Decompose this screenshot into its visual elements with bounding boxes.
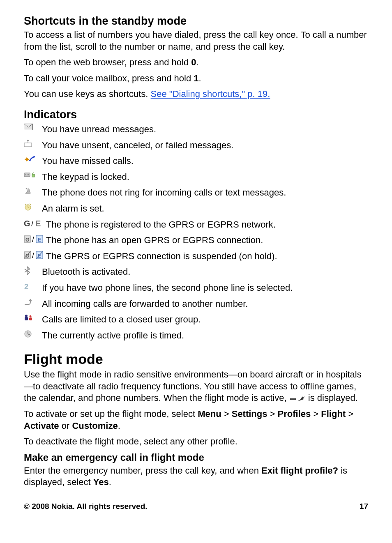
text: To open the web browser, press and hold bbox=[24, 57, 191, 67]
text-bold: Activate bbox=[24, 421, 59, 431]
paragraph: Enter the emergency number, press the ca… bbox=[24, 465, 368, 488]
gprs-suspended-icon: G / E bbox=[24, 251, 46, 260]
text: You can use keys as shortcuts. bbox=[24, 89, 151, 99]
paragraph: Use the flight mode in radio sensitive e… bbox=[24, 369, 368, 404]
text-bold: Profiles bbox=[278, 409, 311, 419]
text-bold: Flight bbox=[321, 409, 346, 419]
bluetooth-icon bbox=[24, 266, 42, 275]
indicator-list: You have unread messages. You have unsen… bbox=[24, 124, 368, 341]
paragraph: To deactivate the flight mode, select an… bbox=[24, 436, 368, 448]
closed-group-icon bbox=[24, 314, 42, 321]
indicator-text: The phone does not ring for incoming cal… bbox=[42, 187, 368, 199]
indicator-text: The currently active profile is timed. bbox=[42, 330, 368, 342]
indicator-item: Calls are limited to a closed user group… bbox=[24, 314, 368, 326]
indicator-text: All incoming calls are forwarded to anot… bbox=[42, 298, 368, 310]
svg-text:/: / bbox=[32, 251, 34, 260]
svg-point-5 bbox=[28, 174, 29, 175]
indicator-text: The GPRS or EGPRS connection is suspende… bbox=[46, 251, 368, 262]
indicator-item: You have missed calls. bbox=[24, 155, 368, 167]
paragraph: To access a list of numbers you have dia… bbox=[24, 29, 368, 53]
indicator-text: You have unsent, canceled, or failed mes… bbox=[42, 140, 368, 152]
forward-icon bbox=[24, 298, 42, 306]
gprs-g-e-icon: G / E bbox=[24, 219, 46, 228]
missed-call-icon bbox=[24, 155, 42, 163]
svg-text:E: E bbox=[38, 237, 41, 243]
indicator-item: The phone does not ring for incoming cal… bbox=[24, 187, 368, 199]
text-bold: 0 bbox=[191, 57, 196, 67]
indicator-text: The keypad is locked. bbox=[42, 171, 368, 183]
svg-rect-30 bbox=[292, 398, 294, 400]
svg-point-4 bbox=[27, 174, 28, 175]
indicator-item: G / E The phone is registered to the GPR… bbox=[24, 219, 368, 231]
indicator-text: Bluetooth is activated. bbox=[42, 266, 368, 278]
svg-rect-25 bbox=[25, 317, 28, 320]
text: . bbox=[199, 73, 201, 83]
indicator-item: G / E The phone has an open GPRS or EGPR… bbox=[24, 235, 368, 246]
flight-mode-icon bbox=[289, 396, 306, 402]
indicator-text: An alarm is set. bbox=[42, 203, 368, 215]
link-dialing-shortcuts[interactable]: See "Dialing shortcuts," p. 19. bbox=[151, 89, 270, 99]
text-bold: Exit flight profile? bbox=[261, 465, 338, 476]
svg-rect-1 bbox=[24, 143, 32, 147]
silent-icon bbox=[24, 187, 42, 195]
paragraph: To activate or set up the flight mode, s… bbox=[24, 408, 368, 432]
svg-text:G: G bbox=[24, 219, 30, 228]
indicator-text: If you have two phone lines, the second … bbox=[42, 282, 368, 294]
indicator-text: You have unread messages. bbox=[42, 124, 368, 136]
alarm-icon bbox=[24, 203, 42, 211]
indicator-item: An alarm is set. bbox=[24, 203, 368, 215]
timed-profile-icon bbox=[24, 330, 42, 338]
text: . bbox=[109, 477, 111, 487]
indicator-item: Bluetooth is activated. bbox=[24, 266, 368, 278]
svg-point-26 bbox=[30, 315, 32, 318]
text: Enter the emergency number, press the ca… bbox=[24, 465, 261, 476]
page-number: 17 bbox=[360, 502, 368, 511]
text-bold: Settings bbox=[232, 409, 267, 419]
indicator-text: The phone is registered to the GPRS or E… bbox=[46, 219, 368, 231]
svg-point-3 bbox=[25, 174, 26, 175]
text: To call your voice mailbox, press and ho… bbox=[24, 73, 194, 83]
indicator-item: The currently active profile is timed. bbox=[24, 330, 368, 342]
svg-point-24 bbox=[25, 315, 28, 317]
indicator-text: Calls are limited to a closed user group… bbox=[42, 314, 368, 326]
paragraph: To call your voice mailbox, press and ho… bbox=[24, 73, 368, 85]
heading-indicators: Indicators bbox=[24, 108, 368, 121]
text: To activate or set up the flight mode, s… bbox=[24, 409, 198, 419]
svg-rect-6 bbox=[32, 174, 35, 177]
indicator-item: You have unread messages. bbox=[24, 124, 368, 136]
heading-emergency-call: Make an emergency call in flight mode bbox=[24, 452, 368, 463]
indicator-item: The keypad is locked. bbox=[24, 171, 368, 183]
heading-flight-mode: Flight mode bbox=[24, 351, 368, 367]
svg-text:/: / bbox=[32, 235, 34, 244]
copyright-text: © 2008 Nokia. All rights reserved. bbox=[24, 502, 148, 511]
text: > bbox=[221, 409, 232, 419]
text: > bbox=[346, 409, 353, 419]
paragraph: To open the web browser, press and hold … bbox=[24, 57, 368, 69]
text: > bbox=[267, 409, 277, 419]
indicator-item: You have unsent, canceled, or failed mes… bbox=[24, 140, 368, 152]
text-bold: 1 bbox=[194, 73, 198, 83]
indicator-item: All incoming calls are forwarded to anot… bbox=[24, 298, 368, 310]
svg-text:G: G bbox=[25, 237, 29, 243]
indicator-text: The phone has an open GPRS or EGPRS conn… bbox=[46, 235, 368, 246]
heading-shortcuts: Shortcuts in the standby mode bbox=[24, 15, 368, 28]
indicator-text: You have missed calls. bbox=[42, 155, 368, 167]
svg-text:E: E bbox=[35, 219, 41, 228]
gprs-open-icon: G / E bbox=[24, 235, 46, 244]
indicator-item: 2 If you have two phone lines, the secon… bbox=[24, 282, 368, 294]
page-footer: © 2008 Nokia. All rights reserved. 17 bbox=[24, 502, 368, 511]
outbox-icon bbox=[24, 140, 42, 147]
indicator-item: G / E The GPRS or EGPRS connection is su… bbox=[24, 251, 368, 262]
text: is displayed. bbox=[308, 393, 358, 403]
text: or bbox=[59, 421, 72, 431]
text-bold: Menu bbox=[198, 409, 221, 419]
svg-text:/: / bbox=[31, 220, 33, 228]
text-bold: Customize bbox=[72, 421, 118, 431]
svg-rect-27 bbox=[29, 318, 32, 320]
keypad-lock-icon bbox=[24, 171, 42, 178]
text-bold: Yes bbox=[93, 477, 109, 487]
text: > bbox=[311, 409, 321, 419]
document-page: Shortcuts in the standby mode To access … bbox=[0, 0, 392, 543]
envelope-icon bbox=[24, 124, 42, 130]
text: . bbox=[118, 421, 120, 431]
